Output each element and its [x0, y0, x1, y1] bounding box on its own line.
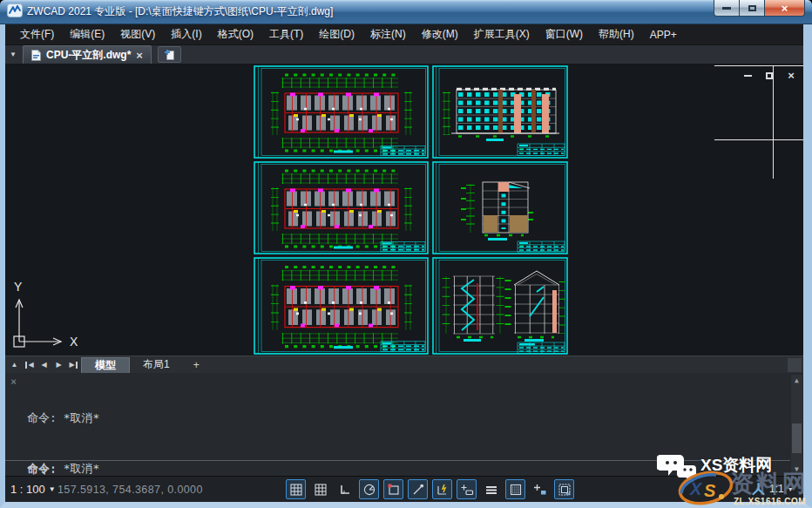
- polar-tracking-toggle[interactable]: [359, 479, 379, 499]
- command-line: 命令: *取消*: [27, 410, 159, 426]
- tab-list-dropdown-icon[interactable]: ▼: [5, 44, 21, 64]
- mdi-minimize-icon[interactable]: [741, 70, 754, 81]
- tab-expand-icon[interactable]: ▲: [7, 358, 22, 372]
- menu-tools[interactable]: 工具(T): [261, 24, 311, 44]
- window-title: ZWCAD 2021 专业版 - [D:\桌面快捷键方式\图纸\CPU-平立剖.…: [27, 4, 333, 19]
- menu-format[interactable]: 格式(O): [210, 24, 261, 44]
- scale-selector[interactable]: 1 : 100 ▼: [10, 483, 56, 496]
- viewport-icon: [558, 483, 572, 497]
- annotation-add-toggle[interactable]: [530, 479, 550, 499]
- command-close-icon[interactable]: ×: [10, 376, 17, 387]
- layout-tab-bar: ▲ ◀ ◀ ▶ ▶ 模型 布局1 +: [5, 356, 803, 373]
- ortho-toggle[interactable]: [335, 479, 355, 499]
- window-controls: ×: [714, 0, 805, 17]
- menu-bar: 文件(F) 编辑(E) 视图(V) 插入(I) 格式(O) 工具(T) 绘图(D…: [5, 24, 803, 45]
- menu-draw[interactable]: 绘图(D): [311, 24, 362, 44]
- sheet-stair-sections[interactable]: [432, 257, 568, 355]
- layout-bar-corner: [788, 358, 802, 372]
- sheet-floor-plan-middle[interactable]: [254, 161, 429, 254]
- command-separator: [5, 460, 790, 461]
- menu-help[interactable]: 帮助(H): [591, 24, 642, 44]
- osnap-icon: [387, 483, 401, 497]
- annotation-scale-icon: [751, 482, 766, 496]
- lineweight-toggle[interactable]: [457, 479, 477, 499]
- tab-model[interactable]: 模型: [81, 357, 130, 373]
- new-document-icon: [163, 49, 176, 60]
- polar-icon: [362, 483, 376, 497]
- minimize-button[interactable]: [714, 0, 740, 17]
- new-document-button[interactable]: [158, 46, 181, 63]
- scroll-up-icon[interactable]: ▲: [791, 375, 802, 385]
- dynamic-input-toggle[interactable]: [432, 479, 452, 499]
- mdi-restore-icon[interactable]: [762, 70, 776, 81]
- menu-app-plus[interactable]: APP+: [642, 26, 685, 44]
- menu-lines-toggle[interactable]: [481, 479, 501, 499]
- menu-modify[interactable]: 修改(M): [414, 24, 466, 44]
- menu-express-tools[interactable]: 扩展工具(X): [466, 24, 538, 44]
- dynamic-input-icon: [436, 483, 450, 497]
- hatch-icon: [509, 483, 523, 497]
- mdi-window-controls: ×: [741, 70, 798, 81]
- status-bar: 1 : 100 ▼ 157.5913, 754.3687, 0.0000: [5, 476, 803, 502]
- menu-insert[interactable]: 插入(I): [163, 24, 209, 44]
- document-tab-label: CPU-平立剖.dwg*: [46, 48, 131, 63]
- sheet-side-section[interactable]: [432, 161, 568, 254]
- scale-dropdown-icon[interactable]: ▼: [49, 485, 56, 493]
- last-tab-icon[interactable]: ▶: [66, 358, 81, 372]
- canvas-line-vertical: [773, 65, 774, 179]
- plus-square-icon: [533, 483, 547, 497]
- scroll-down-icon[interactable]: ▼: [791, 464, 802, 474]
- tab-layout1[interactable]: 布局1: [130, 357, 183, 373]
- document-tab[interactable]: CPU-平立剖.dwg* ×: [23, 45, 152, 64]
- canvas-line-mid: [714, 139, 803, 140]
- add-layout-button[interactable]: +: [183, 357, 210, 373]
- grid-icon: [314, 483, 328, 497]
- lineweight-icon: [460, 483, 474, 497]
- drawing-canvas[interactable]: Y X ×: [5, 64, 803, 356]
- status-toggles: [286, 479, 574, 499]
- annotation-scale-value: 1:1: [769, 483, 784, 495]
- canvas-line-top: [714, 65, 803, 66]
- first-tab-icon[interactable]: ◀: [22, 358, 37, 372]
- annotation-scale-dropdown-icon[interactable]: ▼: [788, 486, 794, 492]
- tab-close-icon[interactable]: ×: [136, 50, 143, 61]
- mdi-close-icon[interactable]: ×: [784, 70, 798, 81]
- scale-value: 1 : 100: [10, 483, 45, 496]
- cursor-coordinates: 157.5913, 754.3687, 0.0000: [58, 484, 203, 496]
- hatch-display-toggle[interactable]: [505, 479, 525, 499]
- sheet-front-elevation[interactable]: [432, 65, 568, 159]
- sheet-floor-plan-bottom[interactable]: [254, 257, 429, 355]
- menu-view[interactable]: 视图(V): [112, 24, 163, 44]
- object-tracking-toggle[interactable]: [408, 479, 428, 499]
- prev-tab-icon[interactable]: ◀: [37, 358, 51, 372]
- scrollbar-thumb[interactable]: [792, 423, 802, 453]
- object-snap-toggle[interactable]: [383, 479, 403, 499]
- ortho-icon: [338, 483, 352, 497]
- close-button[interactable]: ×: [765, 0, 805, 17]
- ucs-x-label: X: [70, 335, 78, 349]
- annotation-scale-control[interactable]: 1:1 ▼: [751, 482, 794, 496]
- title-bar: ZWCAD 2021 专业版 - [D:\桌面快捷键方式\图纸\CPU-平立剖.…: [0, 0, 812, 24]
- zwcad-app-icon: [7, 3, 23, 21]
- next-tab-icon[interactable]: ▶: [51, 358, 66, 372]
- sheet-floor-plan-top[interactable]: [254, 65, 429, 159]
- command-scrollbar[interactable]: ▲ ▼: [791, 375, 802, 474]
- dwg-file-icon: [31, 50, 41, 61]
- zwcad-window: ZWCAD 2021 专业版 - [D:\桌面快捷键方式\图纸\CPU-平立剖.…: [0, 0, 812, 508]
- menu-window[interactable]: 窗口(W): [538, 24, 591, 44]
- otrack-icon: [411, 483, 425, 497]
- menu-edit[interactable]: 编辑(E): [62, 24, 112, 44]
- grid-toggle[interactable]: [310, 479, 330, 499]
- document-tab-bar: ▼ CPU-平立剖.dwg* ×: [5, 45, 803, 64]
- viewport-sync-toggle[interactable]: [554, 479, 574, 499]
- ucs-y-label: Y: [14, 280, 23, 294]
- snap-toggle[interactable]: [286, 479, 306, 499]
- maximize-button[interactable]: [740, 0, 765, 17]
- ucs-icon: Y X: [7, 279, 85, 354]
- window-frame: 文件(F) 编辑(E) 视图(V) 插入(I) 格式(O) 工具(T) 绘图(D…: [0, 24, 812, 508]
- command-panel[interactable]: × 命令: *取消* 命令: *取消* 命令: 命令: 命令: _CleanSc…: [5, 373, 803, 476]
- menu-file[interactable]: 文件(F): [12, 24, 62, 44]
- snap-grid-icon: [289, 483, 303, 497]
- lines-icon: [484, 483, 498, 497]
- menu-dimension[interactable]: 标注(N): [362, 24, 414, 44]
